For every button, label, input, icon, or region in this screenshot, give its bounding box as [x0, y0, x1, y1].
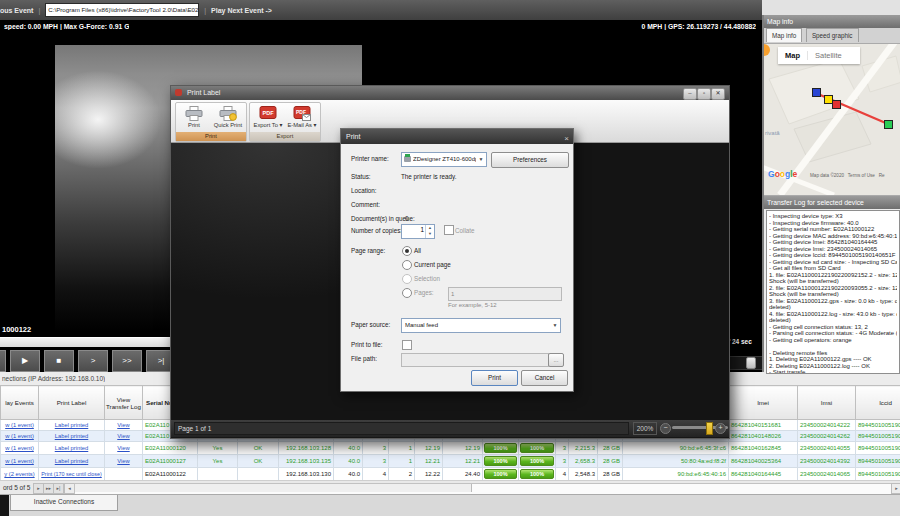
map-marker-red[interactable]: [832, 100, 841, 109]
table-link[interactable]: View: [117, 433, 129, 439]
play-next-event-button[interactable]: Play Next Event ->: [211, 7, 272, 14]
zoom-out-button[interactable]: −: [660, 423, 671, 434]
column-header[interactable]: View Transfer Log: [105, 386, 143, 420]
table-cell: 90:bd:e6:45:3f:c6: [623, 442, 729, 455]
table-cell: 24.40: [443, 468, 483, 481]
table-link[interactable]: y (2 events): [4, 471, 34, 477]
map-marker-blue[interactable]: [812, 88, 821, 97]
table-cell: 864281040164445: [729, 468, 798, 481]
maximize-icon[interactable]: ▫: [697, 88, 711, 100]
stepper-arrows-icon[interactable]: ▲▼: [425, 225, 434, 238]
table-cell: 234500024014262: [798, 431, 856, 442]
table-link[interactable]: View: [117, 422, 129, 428]
copies-stepper[interactable]: 1 ▲▼: [401, 224, 435, 239]
file-path-label: File path:: [351, 355, 377, 362]
table-cell: 3: [556, 442, 569, 455]
print-confirm-button[interactable]: Print: [471, 370, 518, 386]
map-marker-green[interactable]: [884, 120, 893, 129]
data-path-input[interactable]: C:\Program Files (x86)\idrive\FactoryToo…: [45, 3, 199, 17]
previous-event-button[interactable]: ious Event: [0, 7, 33, 14]
zoom-in-button[interactable]: +: [715, 423, 726, 434]
map-attribution: Map data ©2020 Terms of Use Re: [810, 173, 885, 178]
radio-all[interactable]: [402, 246, 412, 256]
table-cell: w (1 event): [1, 442, 39, 455]
table-cell: 90:bd:e6:45:40:16: [623, 468, 729, 481]
scroll-right-button[interactable]: ▸: [891, 483, 900, 494]
seek-bar[interactable]: [0, 337, 170, 347]
tab-inactive-connections[interactable]: Inactive Connections: [10, 495, 118, 511]
zoom-slider-thumb[interactable]: [706, 422, 713, 435]
table-cell: 1: [389, 442, 415, 455]
player-button-3[interactable]: >: [78, 350, 108, 372]
table-link[interactable]: w (1 event): [5, 433, 34, 439]
transfer-log-box[interactable]: - Inspecting device type: X3- Inspecting…: [766, 210, 900, 374]
player-button-4[interactable]: >>: [112, 350, 142, 372]
cancel-button[interactable]: Cancel: [521, 370, 568, 386]
player-button-1[interactable]: ▶: [10, 350, 40, 372]
column-header[interactable]: lay Events: [1, 386, 39, 420]
export-to-button[interactable]: PDF Export To ▾: [252, 105, 284, 131]
column-header[interactable]: Print Label: [39, 386, 105, 420]
table-cell: 192.168.103.135: [279, 455, 334, 468]
collate-checkbox[interactable]: [444, 225, 454, 235]
table-link[interactable]: View: [117, 445, 129, 451]
player-button-0[interactable]: <: [0, 350, 6, 372]
printer-icon: [185, 106, 203, 121]
column-header[interactable]: Imei: [729, 386, 798, 420]
email-as-button[interactable]: PDF E-Mail As ▾: [286, 105, 318, 131]
column-header[interactable]: Imsi: [798, 386, 856, 420]
print-label-titlebar[interactable]: Print Label – ▫ ✕: [171, 86, 729, 100]
close-icon[interactable]: ×: [564, 131, 569, 146]
player-button-2[interactable]: ■: [44, 350, 74, 372]
quick-print-label: Quick Print: [214, 122, 242, 128]
volume-slider-thumb[interactable]: [746, 357, 756, 369]
close-icon[interactable]: ✕: [711, 88, 725, 100]
table-link[interactable]: View: [117, 458, 129, 464]
satellite-button[interactable]: Satellite: [807, 51, 849, 60]
report-link[interactable]: Re: [879, 173, 885, 178]
table-link[interactable]: w (1 event): [5, 422, 34, 428]
table-cell: 192.168.103.128: [279, 442, 334, 455]
horizontal-scrollbar-thumb[interactable]: [75, 484, 472, 492]
radio-current-page[interactable]: [402, 260, 412, 270]
tab-map-info[interactable]: Map info: [766, 28, 802, 42]
paper-source-value: Manual feed: [405, 319, 550, 331]
table-link[interactable]: Label printed: [55, 458, 89, 464]
top-right-strip: [762, 0, 900, 15]
volume-slider[interactable]: [728, 356, 763, 370]
column-header[interactable]: Iccid: [856, 386, 900, 420]
table-link[interactable]: Print (170 sec until close): [41, 471, 102, 477]
table-cell: Yes: [198, 455, 238, 468]
tab-speed-graphic[interactable]: Speed graphic: [806, 28, 859, 42]
quick-printer-icon: [219, 106, 237, 121]
terms-of-use-link[interactable]: Terms of Use: [848, 173, 875, 178]
print-dialog-titlebar[interactable]: Print ×: [341, 129, 573, 144]
table-link[interactable]: Label printed: [55, 422, 89, 428]
radio-current-page-label: Current page: [414, 261, 451, 268]
printer-small-icon: [404, 156, 411, 162]
printer-name-dropdown[interactable]: ZDesigner ZT410-600dpi ZPL ▼: [401, 152, 487, 167]
browse-button[interactable]: ...: [548, 353, 564, 367]
paper-source-dropdown[interactable]: Manual feed ▼: [401, 318, 561, 333]
google-map[interactable]: MapSatellite rivată Google Map data ©202…: [764, 44, 900, 196]
top-toolbar: ious Event | C:\Program Files (x86)\idri…: [0, 0, 762, 20]
progress-bar: 100%: [484, 443, 517, 453]
table-link[interactable]: w (1 event): [5, 458, 34, 464]
last-record-button[interactable]: ▸|: [53, 483, 64, 494]
table-link[interactable]: w (1 event): [5, 445, 34, 451]
time-remaining-label: f 24 sec: [728, 338, 752, 345]
radio-pages[interactable]: [402, 288, 412, 298]
toolbar-separator: |: [204, 7, 206, 14]
preferences-button[interactable]: Preferences: [491, 152, 569, 168]
map-button[interactable]: Map: [778, 51, 807, 60]
radio-all-label: All: [414, 247, 421, 254]
quick-print-button[interactable]: Quick Print: [212, 105, 244, 131]
print-to-file-checkbox[interactable]: [402, 340, 412, 350]
clip-name-label: 1000122: [2, 325, 31, 334]
minimize-icon[interactable]: –: [683, 88, 697, 100]
print-button[interactable]: Print: [178, 105, 210, 131]
table-cell: 234500024014055: [798, 442, 856, 455]
table-link[interactable]: Label printed: [55, 433, 89, 439]
table-cell: 40.0: [334, 468, 363, 481]
table-link[interactable]: Label printed: [55, 445, 89, 451]
